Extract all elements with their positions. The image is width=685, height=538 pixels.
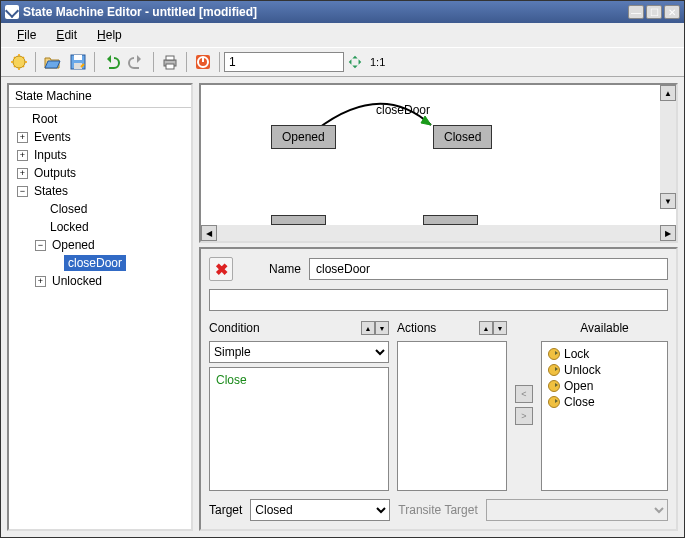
actions-listbox[interactable] — [397, 341, 507, 491]
print-button[interactable] — [158, 50, 182, 74]
toolbar: 1:1 — [1, 47, 684, 77]
target-label: Target — [209, 503, 242, 517]
expand-icon[interactable]: + — [17, 150, 28, 161]
collapse-icon[interactable]: − — [35, 240, 46, 251]
name-label: Name — [269, 262, 301, 276]
undo-button[interactable] — [99, 50, 123, 74]
open-button[interactable] — [40, 50, 64, 74]
collapse-icon[interactable]: − — [17, 186, 28, 197]
state-partial-box[interactable] — [271, 215, 326, 225]
close-icon: ✖ — [215, 260, 228, 279]
move-left-button[interactable]: < — [515, 385, 533, 403]
tree-node-outputs[interactable]: +Outputs — [9, 164, 191, 182]
tree-header: State Machine — [9, 85, 191, 108]
available-column: Available LockUnlockOpenClose — [541, 319, 668, 491]
scroll-right-button[interactable]: ▶ — [660, 225, 676, 241]
menu-edit[interactable]: Edit — [48, 25, 85, 45]
move-buttons: < > — [515, 319, 533, 491]
action-icon — [548, 380, 560, 392]
toolbar-separator — [94, 52, 95, 72]
condition-spinner: ▲ ▼ — [361, 321, 389, 335]
titlebar-buttons: — ☐ ✕ — [628, 5, 680, 19]
tree-node-state-closed[interactable]: Closed — [9, 200, 191, 218]
spin-up-button[interactable]: ▲ — [479, 321, 493, 335]
target-select[interactable]: Closed — [250, 499, 390, 521]
toolbar-separator — [219, 52, 220, 72]
action-icon — [548, 348, 560, 360]
tree-node-state-opened[interactable]: −Opened — [9, 236, 191, 254]
properties-panel: ✖ Name Condition ▲ ▼ — [199, 247, 678, 531]
main-area: State Machine Root +Events +Inputs +Outp… — [1, 77, 684, 537]
tree-node-state-locked[interactable]: Locked — [9, 218, 191, 236]
tree-body[interactable]: Root +Events +Inputs +Outputs −States Cl… — [9, 108, 191, 529]
condition-item[interactable]: Close — [214, 372, 384, 388]
transite-target-select[interactable] — [486, 499, 668, 521]
available-item-label: Unlock — [564, 363, 601, 377]
tree-node-states[interactable]: −States — [9, 182, 191, 200]
redo-button[interactable] — [125, 50, 149, 74]
tree-node-transition-closedoor[interactable]: closeDoor — [9, 254, 191, 272]
minimize-button[interactable]: — — [628, 5, 644, 19]
available-item[interactable]: Close — [546, 394, 663, 410]
condition-label: Condition — [209, 321, 260, 335]
stop-button[interactable] — [191, 50, 215, 74]
toolbar-separator — [186, 52, 187, 72]
zoom-input[interactable] — [224, 52, 344, 72]
toolbar-separator — [35, 52, 36, 72]
condition-column: Condition ▲ ▼ Simple Close — [209, 319, 389, 491]
transite-target-label: Transite Target — [398, 503, 477, 517]
scroll-track[interactable] — [660, 101, 676, 193]
tree-node-root[interactable]: Root — [9, 110, 191, 128]
expand-icon[interactable]: + — [17, 132, 28, 143]
available-label: Available — [580, 321, 628, 335]
name-row: ✖ Name — [209, 257, 668, 281]
state-closed-box[interactable]: Closed — [433, 125, 492, 149]
expand-icon[interactable]: + — [35, 276, 46, 287]
zoom-ratio-label: 1:1 — [370, 56, 385, 68]
horizontal-scrollbar[interactable]: ◀ ▶ — [201, 225, 676, 241]
save-button[interactable] — [66, 50, 90, 74]
tree-node-events[interactable]: +Events — [9, 128, 191, 146]
tree-node-inputs[interactable]: +Inputs — [9, 146, 191, 164]
maximize-button[interactable]: ☐ — [646, 5, 662, 19]
available-item[interactable]: Open — [546, 378, 663, 394]
zoom-fit-button[interactable] — [346, 53, 364, 71]
actions-spinner: ▲ ▼ — [479, 321, 507, 335]
delete-button[interactable]: ✖ — [209, 257, 233, 281]
toolbar-separator — [153, 52, 154, 72]
tree-panel: State Machine Root +Events +Inputs +Outp… — [7, 83, 193, 531]
condition-listbox[interactable]: Close — [209, 367, 389, 491]
available-item-label: Open — [564, 379, 593, 393]
scroll-left-button[interactable]: ◀ — [201, 225, 217, 241]
available-item[interactable]: Lock — [546, 346, 663, 362]
scroll-track[interactable] — [217, 225, 660, 241]
state-partial-box[interactable] — [423, 215, 478, 225]
scroll-up-button[interactable]: ▲ — [660, 85, 676, 101]
columns: Condition ▲ ▼ Simple Close — [209, 319, 668, 491]
canvas[interactable]: Opened Closed closeDoor ▲ ▼ — [201, 85, 676, 225]
available-listbox[interactable]: LockUnlockOpenClose — [541, 341, 668, 491]
vertical-scrollbar[interactable]: ▲ ▼ — [660, 85, 676, 209]
name-input[interactable] — [309, 258, 668, 280]
spin-down-button[interactable]: ▼ — [375, 321, 389, 335]
available-item[interactable]: Unlock — [546, 362, 663, 378]
move-right-button[interactable]: > — [515, 407, 533, 425]
description-input[interactable] — [209, 289, 668, 311]
actions-column: Actions ▲ ▼ — [397, 319, 507, 491]
right-panel: Opened Closed closeDoor ▲ ▼ ◀ ▶ — [199, 83, 678, 531]
action-icon — [548, 364, 560, 376]
transition-label[interactable]: closeDoor — [376, 103, 430, 117]
condition-type-select[interactable]: Simple — [209, 341, 389, 363]
new-button[interactable] — [7, 50, 31, 74]
spin-down-button[interactable]: ▼ — [493, 321, 507, 335]
close-window-button[interactable]: ✕ — [664, 5, 680, 19]
expand-icon[interactable]: + — [17, 168, 28, 179]
state-opened-box[interactable]: Opened — [271, 125, 336, 149]
app-window: State Machine Editor - untitled [modifie… — [0, 0, 685, 538]
app-icon — [5, 5, 19, 19]
tree-node-state-unlocked[interactable]: +Unlocked — [9, 272, 191, 290]
menu-help[interactable]: Help — [89, 25, 130, 45]
menu-file[interactable]: File — [9, 25, 44, 45]
scroll-down-button[interactable]: ▼ — [660, 193, 676, 209]
spin-up-button[interactable]: ▲ — [361, 321, 375, 335]
